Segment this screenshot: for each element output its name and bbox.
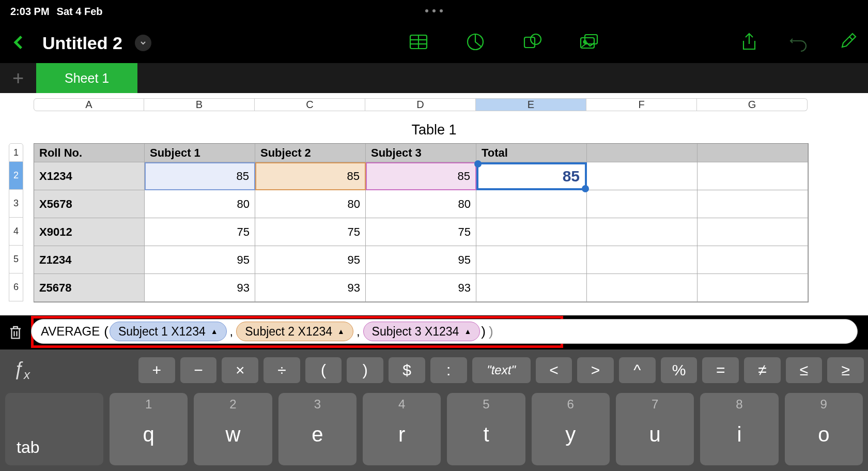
key-r[interactable]: 4r xyxy=(363,393,441,465)
cell-g3[interactable] xyxy=(698,190,808,218)
key-y[interactable]: 6y xyxy=(532,393,610,465)
key-dollar[interactable]: $ xyxy=(389,357,425,383)
cell-f2[interactable] xyxy=(587,162,698,190)
cell-b2[interactable]: 85 xyxy=(145,162,255,190)
row-header-5[interactable]: 5 xyxy=(9,246,23,274)
col-header-g[interactable]: G xyxy=(697,98,808,111)
key-percent[interactable]: % xyxy=(661,357,698,383)
key-divide[interactable]: ÷ xyxy=(264,357,300,383)
insert-table-icon[interactable] xyxy=(408,32,429,54)
fx-button[interactable]: ƒx xyxy=(4,358,133,382)
cell-d6[interactable]: 93 xyxy=(366,274,476,302)
key-lt[interactable]: < xyxy=(536,357,572,383)
header-s2[interactable]: Subject 2 xyxy=(255,144,366,162)
key-q[interactable]: 1q xyxy=(110,393,188,465)
key-colon[interactable]: : xyxy=(430,357,467,383)
key-i[interactable]: 8i xyxy=(700,393,778,465)
table-title[interactable]: Table 1 xyxy=(0,122,868,138)
share-icon[interactable] xyxy=(739,32,760,54)
cell-e3[interactable] xyxy=(476,190,587,218)
col-header-a[interactable]: A xyxy=(34,98,144,111)
col-header-b[interactable]: B xyxy=(144,98,255,111)
cell-b6[interactable]: 93 xyxy=(145,274,255,302)
key-o[interactable]: 9o xyxy=(785,393,863,465)
key-caret[interactable]: ^ xyxy=(619,357,656,383)
cell-e2-active[interactable]: 85 xyxy=(476,162,587,190)
key-gte[interactable]: ≥ xyxy=(827,357,864,383)
header-s3[interactable]: Subject 3 xyxy=(366,144,476,162)
format-brush-icon[interactable] xyxy=(837,32,858,54)
delete-formula-button[interactable] xyxy=(0,325,31,340)
sheet-tab-1[interactable]: Sheet 1 xyxy=(36,63,137,93)
cell-a3[interactable]: X5678 xyxy=(34,190,145,218)
cell-g2[interactable] xyxy=(698,162,808,190)
key-lparen[interactable]: ( xyxy=(305,357,342,383)
key-equals[interactable]: = xyxy=(702,357,739,383)
key-tab[interactable]: tab xyxy=(5,393,103,465)
cell-f5[interactable] xyxy=(587,246,698,274)
cell-c3[interactable]: 80 xyxy=(255,190,366,218)
cell-a2[interactable]: X1234 xyxy=(34,162,145,190)
cell-e4[interactable] xyxy=(476,218,587,246)
cell-c6[interactable]: 93 xyxy=(255,274,366,302)
cell-c4[interactable]: 75 xyxy=(255,218,366,246)
formula-editor[interactable]: AVERAGE ( Subject 1 X1234 ▲ , Subject 2 … xyxy=(31,319,858,344)
key-plus[interactable]: + xyxy=(138,357,175,383)
cell-c5[interactable]: 95 xyxy=(255,246,366,274)
title-menu-button[interactable] xyxy=(135,35,151,51)
header-f[interactable] xyxy=(587,144,698,162)
cell-f3[interactable] xyxy=(587,190,698,218)
cell-d5[interactable]: 95 xyxy=(366,246,476,274)
insert-media-icon[interactable] xyxy=(579,32,599,54)
row-header-4[interactable]: 4 xyxy=(9,218,23,246)
undo-icon[interactable] xyxy=(788,32,809,54)
cell-c2[interactable]: 85 xyxy=(255,162,366,190)
row-header-3[interactable]: 3 xyxy=(9,190,23,218)
col-header-c[interactable]: C xyxy=(255,98,365,111)
row-header-1[interactable]: 1 xyxy=(9,143,23,162)
cell-d2[interactable]: 85 xyxy=(366,162,476,190)
key-rparen[interactable]: ) xyxy=(347,357,383,383)
cell-g4[interactable] xyxy=(698,218,808,246)
key-minus[interactable]: − xyxy=(180,357,217,383)
key-text[interactable]: "text" xyxy=(472,357,531,383)
header-s1[interactable]: Subject 1 xyxy=(145,144,255,162)
key-neq[interactable]: ≠ xyxy=(744,357,781,383)
formula-token-3[interactable]: Subject 3 X1234 ▲ xyxy=(363,322,481,341)
key-w[interactable]: 2w xyxy=(194,393,272,465)
header-total[interactable]: Total xyxy=(476,144,587,162)
cell-f6[interactable] xyxy=(587,274,698,302)
cell-d4[interactable]: 75 xyxy=(366,218,476,246)
header-roll[interactable]: Roll No. xyxy=(34,144,145,162)
cell-b3[interactable]: 80 xyxy=(145,190,255,218)
cell-e5[interactable] xyxy=(476,246,587,274)
cell-b5[interactable]: 95 xyxy=(145,246,255,274)
formula-token-1[interactable]: Subject 1 X1234 ▲ xyxy=(110,322,227,341)
spreadsheet-canvas[interactable]: A B C D E F G 1 2 3 4 5 6 Table 1 Roll N… xyxy=(0,93,868,315)
cell-g6[interactable] xyxy=(698,274,808,302)
key-e[interactable]: 3e xyxy=(278,393,357,465)
key-lte[interactable]: ≤ xyxy=(786,357,823,383)
key-gt[interactable]: > xyxy=(577,357,614,383)
formula-token-2[interactable]: Subject 2 X1234 ▲ xyxy=(236,322,353,341)
col-header-d[interactable]: D xyxy=(365,98,476,111)
key-multiply[interactable]: × xyxy=(222,357,258,383)
cell-g5[interactable] xyxy=(698,246,808,274)
cell-a5[interactable]: Z1234 xyxy=(34,246,145,274)
key-u[interactable]: 7u xyxy=(616,393,694,465)
row-header-2[interactable]: 2 xyxy=(9,162,23,190)
cell-a4[interactable]: X9012 xyxy=(34,218,145,246)
cell-e6[interactable] xyxy=(476,274,587,302)
back-button[interactable] xyxy=(10,31,28,55)
insert-chart-icon[interactable] xyxy=(465,32,486,54)
col-header-f[interactable]: F xyxy=(586,98,697,111)
cell-a6[interactable]: Z5678 xyxy=(34,274,145,302)
header-g[interactable] xyxy=(698,144,808,162)
multitask-dots-icon[interactable] xyxy=(425,9,443,12)
insert-shape-icon[interactable] xyxy=(522,32,542,54)
cell-b4[interactable]: 75 xyxy=(145,218,255,246)
cell-f4[interactable] xyxy=(587,218,698,246)
cell-d3[interactable]: 80 xyxy=(366,190,476,218)
add-sheet-button[interactable]: + xyxy=(0,63,36,93)
formula-function-name[interactable]: AVERAGE xyxy=(36,324,103,339)
